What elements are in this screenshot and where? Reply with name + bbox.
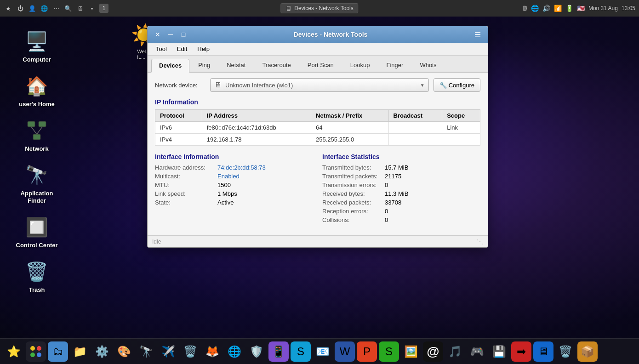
flag-tray-icon[interactable]: 🇺🇸 [577,5,585,12]
dock-arrow[interactable]: ➡ [511,341,531,362]
clock-display: 13:05 [622,5,635,11]
user-icon[interactable]: 👤 [28,4,37,13]
screen-icon[interactable]: 🖥 [75,4,85,13]
date-display: Mon 31 Aug [588,5,618,11]
tab-finger[interactable]: Finger [379,58,411,72]
dock-art[interactable]: 🎨 [114,341,134,362]
close-button[interactable]: ✕ [152,29,163,40]
search-icon[interactable]: 🔍 [63,4,73,13]
maximize-button[interactable]: □ [178,29,189,40]
info-row-mtu: MTU: 1500 [155,182,313,188]
battery-tray-icon[interactable]: 🔋 [565,5,573,12]
tab-lookup[interactable]: Lookup [342,58,378,72]
signal-tray-icon[interactable]: 📶 [554,5,562,12]
dock-settings[interactable]: ⚙️ [92,341,112,362]
network-select-icon: 🖥 [214,81,222,89]
menu-edit[interactable]: Edit [172,44,192,54]
control-center-icon[interactable]: 🔲 Control Center [7,211,67,251]
dock-firefox[interactable]: 🦊 [202,341,223,362]
dock-photos[interactable]: 🖼️ [401,341,421,362]
computer-icon[interactable]: 🖥️ Computer [7,26,67,66]
app-finder-icon[interactable]: 🔭 Application Finder [7,159,67,207]
dock-star[interactable]: ⭐ [4,341,24,362]
computer-icon-img: 🖥️ [24,28,50,54]
dock-sheet[interactable]: S [379,341,399,362]
bluetooth-tray-icon[interactable]: 𝔹 [523,5,527,12]
stat-row-rxbytes: Received bytes: 11.3 MiB [322,190,480,197]
ipv4-protocol: IPv4 [155,134,202,146]
trash-icon-img: 🗑️ [24,259,50,284]
dock-mail[interactable]: 📧 [313,341,333,362]
desktop: ★ ⏻ 👤 🌐 ⋯ 🔍 🖥 ▪ 1 🖥 Devices - Network To… [0,0,639,364]
interface-info-title: Interface Information [155,153,313,160]
network-tray-icon[interactable]: 🌐 [531,5,539,12]
dock-chrome[interactable]: 🌐 [224,341,245,362]
counter-badge: 1 [99,4,108,13]
trash-icon[interactable]: 🗑️ Trash [7,256,67,296]
svg-rect-0 [28,121,35,127]
dock-steam[interactable]: 🎮 [467,341,487,362]
volume-tray-icon[interactable]: 🔊 [542,5,550,12]
dock-wps[interactable]: P [357,341,377,362]
info-grid: Interface Information Hardware address: … [155,153,480,225]
configure-button[interactable]: 🔧 Configure [434,78,480,92]
dock-trash2[interactable]: 🗑️ [555,341,576,362]
title-bar: ✕ ─ □ Devices - Network Tools ☰ [148,26,488,43]
window-icon[interactable]: ▪ [87,4,97,13]
apps-icon[interactable]: ⋯ [51,4,61,13]
dock-files[interactable]: 🗂 [48,341,68,362]
tab-netstat[interactable]: Netstat [219,58,253,72]
window-menu-button[interactable]: ☰ [472,29,483,40]
interface-stats-title: Interface Statistics [322,153,480,160]
status-bar: Idle ⋱ [148,235,488,247]
txbytes-val: 15.7 MiB [385,164,408,171]
resize-handle[interactable]: ⋱ [477,238,483,245]
dock-archive[interactable]: 📦 [577,341,598,362]
users-home-icon-label: user's Home [19,101,55,108]
dock-proxy[interactable]: 🛡️ [246,341,267,362]
network-desktop-icon[interactable]: Network [7,115,67,155]
minimize-button[interactable]: ─ [165,29,176,40]
tab-whois[interactable]: Whois [412,58,444,72]
stat-row-rxpackets: Received packets: 33708 [322,199,480,206]
tab-traceroute[interactable]: Traceroute [254,58,298,72]
dock-trash-icon[interactable]: 🗑️ [180,341,200,362]
taskbar-bottom: ⭐ 🗂 📁 ⚙️ 🎨 🔭 ✈️ 🗑️ 🦊 🌐 🛡️ 📱 S 📧 W P S 🖼️… [0,338,639,364]
svg-rect-2 [33,134,40,140]
dock-skype[interactable]: S [291,341,311,362]
dock-vlc[interactable]: 🎵 [445,341,465,362]
ipv4-broadcast [388,134,442,146]
dock-balls[interactable] [26,341,46,362]
tab-portscan[interactable]: Port Scan [300,58,342,72]
menu-help[interactable]: Help [193,44,214,54]
star-icon[interactable]: ★ [4,4,13,13]
dock-plane[interactable]: ✈️ [158,341,178,362]
ipv6-address: fe80::d76e:1c4d:71d:63db [202,122,311,134]
device-select[interactable]: 🖥 Unknown Interface (wlo1) ▼ [210,78,429,92]
dock-binoculars[interactable]: 🔭 [136,341,156,362]
multicast-key: Multicast: [155,173,215,180]
stat-row-txpackets: Transmitted packets: 21175 [322,173,480,180]
dock-viber[interactable]: 📱 [268,341,289,362]
network-icon[interactable]: 🌐 [40,4,49,13]
state-val: Active [217,199,234,206]
active-window-label[interactable]: 🖥 Devices - Network Tools [280,3,358,13]
tab-ping[interactable]: Ping [190,58,218,72]
svg-point-7 [30,353,35,357]
trash-icon-label: Trash [29,286,45,293]
tab-devices[interactable]: Devices [151,59,189,73]
txbytes-key: Transmitted bytes: [322,164,382,171]
dock-backup[interactable]: 💾 [489,341,509,362]
users-home-icon[interactable]: 🏠 user's Home [7,70,67,110]
network-icon-label: Network [25,145,48,152]
ipv6-netmask: 64 [311,122,389,134]
svg-point-6 [37,346,41,351]
dock-social[interactable]: @ [423,341,443,362]
dock-remote[interactable]: 🖥 [533,341,553,362]
menu-tool[interactable]: Tool [151,44,171,54]
svg-line-4 [37,127,42,134]
power-icon[interactable]: ⏻ [16,4,25,13]
dock-filemanager[interactable]: 📁 [70,341,90,362]
dock-word[interactable]: W [335,341,355,362]
ipv6-protocol: IPv6 [155,122,202,134]
